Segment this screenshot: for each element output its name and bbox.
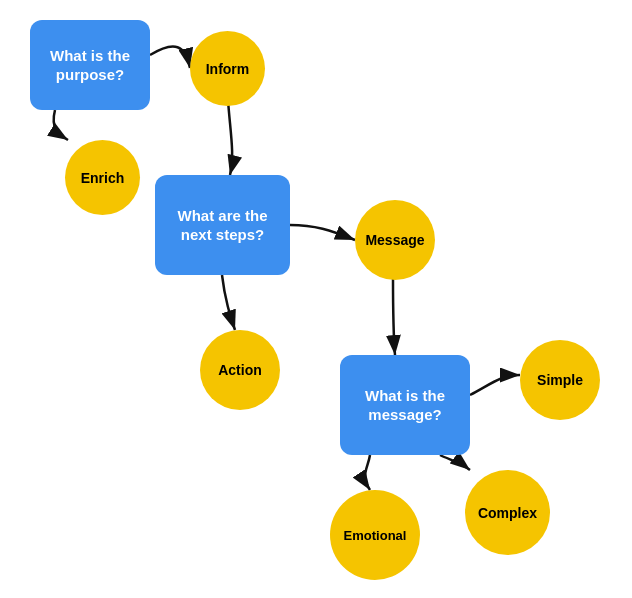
box-next-steps: What are the next steps? [155,175,290,275]
diagram: What is the purpose? Inform Enrich What … [0,0,632,598]
circle-action: Action [200,330,280,410]
box-message: What is the message? [340,355,470,455]
circle-inform: Inform [190,31,265,106]
circle-enrich: Enrich [65,140,140,215]
box-purpose: What is the purpose? [30,20,150,110]
circle-message: Message [355,200,435,280]
circle-simple: Simple [520,340,600,420]
circle-emotional: Emotional [330,490,420,580]
circle-complex: Complex [465,470,550,555]
